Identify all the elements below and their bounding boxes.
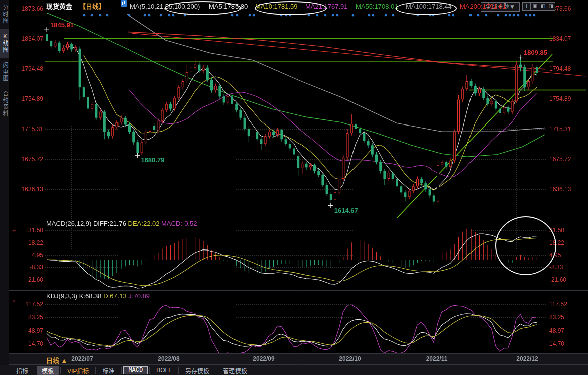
tab-macd[interactable]: MACD xyxy=(123,366,148,374)
period-selector[interactable]: 日线 ▲ xyxy=(46,355,67,365)
sidebar-item-time-chart[interactable]: 分时图 xyxy=(0,0,9,29)
tab-boll[interactable]: BOLL xyxy=(151,366,177,374)
period-badge: 【日线】 xyxy=(79,0,105,13)
tab-vip-indicators[interactable]: VIP指标 xyxy=(62,366,94,375)
divider xyxy=(178,367,179,374)
annotation-ellipse-macd xyxy=(495,216,556,275)
annotation-ellipse-ma200 xyxy=(396,2,457,15)
divider xyxy=(216,367,216,374)
kline-chart-canvas[interactable] xyxy=(0,0,588,375)
tab-manage-templates[interactable]: 管理模板 xyxy=(218,366,252,375)
sidebar-item-kline-chart[interactable]: K线图 xyxy=(0,29,9,58)
candlestick-icon xyxy=(121,0,127,7)
annotation-ellipse-ma5 xyxy=(165,1,241,15)
symbol-title: 现货黄金 xyxy=(46,0,72,13)
divider xyxy=(35,367,35,374)
tab-standard[interactable]: 标准 xyxy=(97,366,120,375)
sidebar-item-contract-info[interactable]: 合约资料 xyxy=(0,86,9,121)
divider xyxy=(149,367,150,374)
annotation-ellipse-ma21 xyxy=(255,1,327,15)
sidebar: 分时图 K线图 闪电图 合约资料 xyxy=(0,0,9,365)
divider xyxy=(121,367,122,374)
divider xyxy=(95,367,96,374)
tab-save-template[interactable]: 另存模板 xyxy=(180,366,214,375)
sidebar-item-lightning-chart[interactable]: 闪电图 xyxy=(0,58,9,86)
ma200-value: MA200:1791.01 xyxy=(460,0,506,13)
tab-templates[interactable]: 模板 xyxy=(37,366,59,375)
bottom-toolbar: 指标 模板 VIP指标 标准 MACD BOLL 另存模板 管理模板 xyxy=(0,365,588,375)
divider xyxy=(60,367,61,374)
tab-indicators[interactable]: 指标 xyxy=(11,366,33,375)
ma55-value: MA55:1708.01 xyxy=(356,0,398,13)
trading-app-window: 分时图 K线图 闪电图 合约资料 现货黄金 【日线】 MA(5,10,21,55… xyxy=(0,0,588,375)
